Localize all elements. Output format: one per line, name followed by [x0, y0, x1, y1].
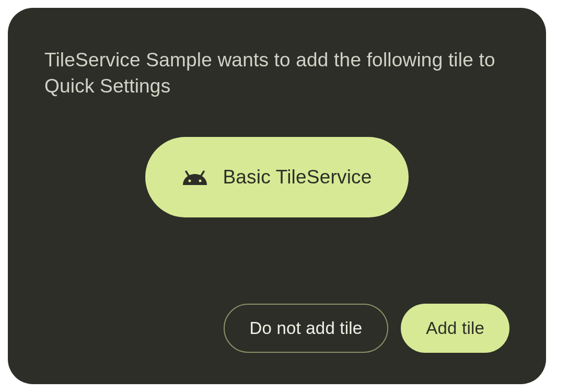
do-not-add-button[interactable]: Do not add tile [224, 304, 389, 353]
android-icon [182, 168, 208, 186]
dialog-button-row: Do not add tile Add tile [44, 304, 509, 353]
svg-point-0 [189, 179, 191, 182]
tile-preview-container: Basic TileService [44, 137, 509, 217]
add-tile-button[interactable]: Add tile [401, 304, 509, 353]
add-tile-dialog: TileService Sample wants to add the foll… [8, 8, 546, 384]
tile-preview: Basic TileService [145, 137, 408, 217]
svg-point-1 [199, 179, 202, 182]
tile-label: Basic TileService [223, 166, 372, 188]
dialog-message: TileService Sample wants to add the foll… [44, 47, 509, 99]
